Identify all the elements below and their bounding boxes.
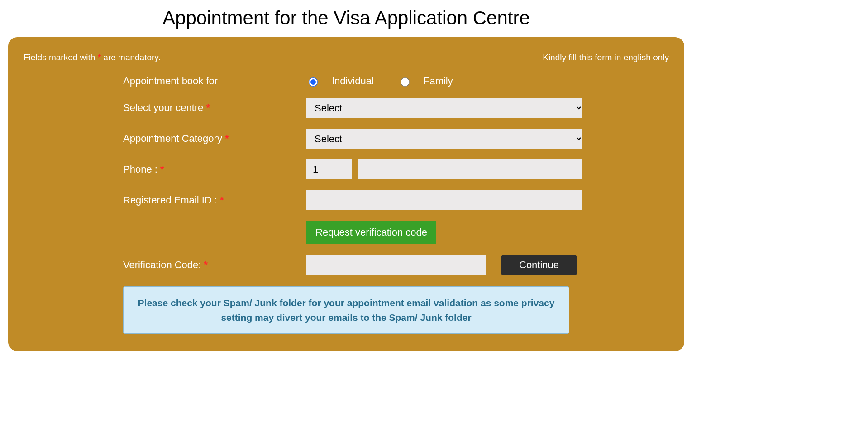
form-panel: Fields marked with * are mandatory. Kind… [8,37,684,351]
label-centre-text: Select your centre [123,102,206,113]
verification-code-input[interactable] [306,255,486,275]
label-code: Verification Code: * [123,259,306,271]
label-email-text: Registered Email ID : [123,194,220,206]
phone-number-input[interactable] [358,159,582,179]
label-phone: Phone : * [123,164,306,175]
label-category-text: Appointment Category [123,133,225,144]
radio-family[interactable] [401,77,410,87]
mandatory-suffix: are mandatory. [101,53,161,62]
page-title: Appointment for the Visa Application Cen… [0,7,692,29]
mandatory-prefix: Fields marked with [24,53,98,62]
label-centre: Select your centre * [123,102,306,114]
required-star: * [225,133,229,144]
mandatory-star: * [98,53,101,62]
label-phone-text: Phone : [123,164,160,175]
select-centre[interactable]: Select [306,98,582,118]
request-code-button[interactable]: Request verification code [306,221,436,244]
select-category[interactable]: Select [306,129,582,149]
label-code-text: Verification Code: [123,259,204,270]
spam-info-box: Please check your Spam/ Junk folder for … [123,286,569,334]
label-category: Appointment Category * [123,133,306,145]
required-star: * [204,259,208,270]
radio-individual-label: Individual [332,75,374,87]
required-star: * [220,194,224,206]
label-email: Registered Email ID : * [123,194,306,206]
radio-family-label: Family [424,75,453,87]
email-input[interactable] [306,190,582,210]
english-only-note: Kindly fill this form in english only [543,53,669,63]
phone-country-code-input[interactable] [306,159,352,179]
required-star: * [206,102,210,113]
radio-individual[interactable] [309,77,318,87]
mandatory-note: Fields marked with * are mandatory. [24,53,161,63]
continue-button[interactable]: Continue [501,255,577,275]
required-star: * [160,164,164,175]
label-book-for: Appointment book for [123,75,306,87]
